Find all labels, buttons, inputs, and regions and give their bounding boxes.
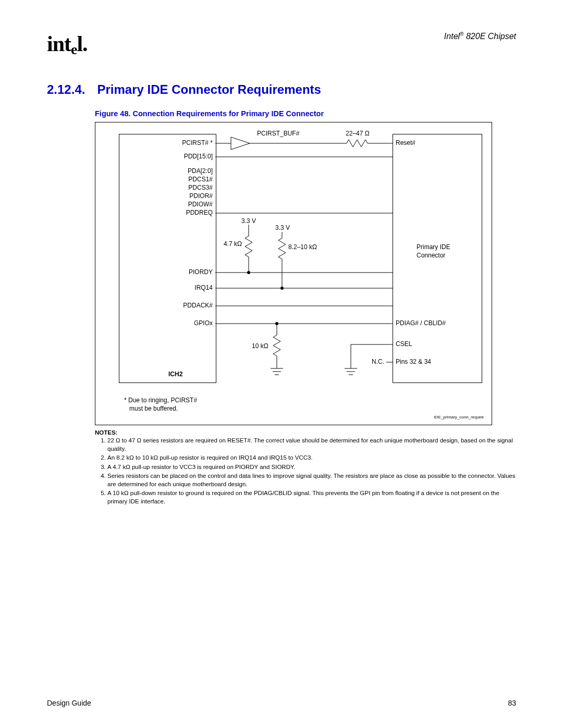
notes-block: NOTES: 22 Ω to 47 Ω series resistors are… xyxy=(95,429,516,505)
svg-point-12 xyxy=(247,271,250,274)
notes-heading: NOTES: xyxy=(95,429,516,436)
wiring-svg xyxy=(95,122,492,425)
section-heading: 2.12.4. Primary IDE Connector Requiremen… xyxy=(47,82,516,97)
note-item: An 8.2 kΩ to 10 kΩ pull-up resistor is r… xyxy=(107,454,516,462)
svg-marker-1 xyxy=(231,137,250,150)
note-item: A 4.7 kΩ pull-up resistor to VCC3 is req… xyxy=(107,463,516,472)
section-title: Primary IDE Connector Requirements xyxy=(97,82,321,97)
svg-point-21 xyxy=(275,322,278,325)
document-title: Intel® 820E Chipset xyxy=(444,31,516,41)
notes-list: 22 Ω to 47 Ω series resistors are requir… xyxy=(95,437,516,505)
note-item: Series resistors can be placed on the co… xyxy=(107,472,516,488)
doc-title-prefix: Intel xyxy=(444,32,460,41)
schematic-diagram: PCIRST# * PDD[15:0] PDA[2:0] PDCS1# PDCS… xyxy=(95,122,492,425)
svg-point-15 xyxy=(280,287,284,290)
note-item: 22 Ω to 47 Ω series resistors are requir… xyxy=(107,437,516,453)
figure-caption: Figure 48. Connection Requirements for P… xyxy=(95,109,516,118)
section-number: 2.12.4. xyxy=(47,82,95,97)
page-header: intel. Intel® 820E Chipset xyxy=(47,31,516,56)
doc-title-suffix: 820E Chipset xyxy=(463,32,516,41)
intel-logo: intel. xyxy=(47,31,88,56)
note-item: A 10 kΩ pull-down resistor to ground is … xyxy=(107,489,516,505)
